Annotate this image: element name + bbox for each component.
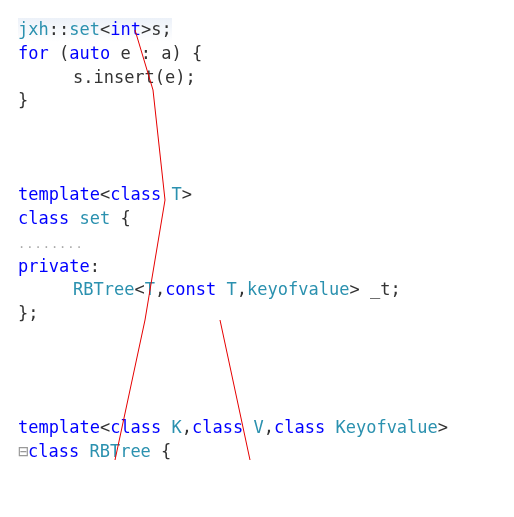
token-template: template [18,417,100,437]
token-indent: s. [32,67,93,87]
token-brace: { [110,208,130,228]
token-class: class [28,441,79,461]
token-template: template [18,184,100,204]
token-lt: < [100,417,110,437]
spacer [18,326,506,416]
token-class: class [274,417,325,437]
token-rbtree: RBTree [73,279,134,299]
token-colon: : [90,256,100,276]
token-sp [161,184,171,204]
code-line-8: private: [18,255,506,279]
token-comma: , [264,417,274,437]
token-gt: > [349,279,359,299]
token-set: set [79,208,110,228]
token-sp [243,417,253,437]
token-class: class [110,417,161,437]
code-line-2: for (auto e : a) { [18,42,506,66]
token-sp [79,441,89,461]
token-semi: ; [161,19,171,39]
code-line-11: template<class K,class V,class Keyofvalu… [18,416,506,440]
token-T1: T [145,279,155,299]
token-namespace: jxh [18,19,49,39]
token-T: T [172,184,182,204]
code-line-9: RBTree<T,const T,keyofvalue> _t; [18,278,506,302]
token-var: s [151,19,161,39]
token-const: const [165,279,216,299]
token-rest: e : a) { [110,43,202,63]
token-Keyof: Keyofvalue [335,417,437,437]
token-brace: { [151,441,171,461]
token-scope: :: [49,19,69,39]
code-line-7: ........ [18,231,506,255]
token-auto: auto [69,43,110,63]
code-line-12: ⊟class RBTree { [18,440,506,464]
token-semi: ; [390,279,400,299]
token-gt: > [438,417,448,437]
token-sp [216,279,226,299]
token-rbtree: RBTree [89,441,150,461]
token-T2: T [227,279,237,299]
token-keyof: keyofvalue [247,279,349,299]
token-comma: , [155,279,165,299]
token-comma: , [237,279,247,299]
token-gt: > [141,19,151,39]
token-class: class [192,417,243,437]
token-private: private [18,256,90,276]
code-line-4: } [18,89,506,113]
code-line-3: s.insert(e); [18,66,506,90]
token-gt: > [182,184,192,204]
code-line-1: jxh::set<int>s; [18,18,506,42]
token-int: int [110,19,141,39]
token-sp [325,417,335,437]
token-for: for [18,43,49,63]
token-set: set [69,19,100,39]
token-lt: < [100,19,110,39]
token-indent [32,279,73,299]
ellipsis-dots: ........ [18,237,84,251]
token-lt: < [100,184,110,204]
token-sp [161,417,171,437]
token-var: _t [360,279,391,299]
code-line-10: }; [18,302,506,326]
token-V: V [254,417,264,437]
token-brace: } [18,90,28,110]
spacer [18,113,506,183]
token-rest: (e); [155,67,196,87]
code-line-5: template<class T> [18,183,506,207]
token-paren: ( [49,43,69,63]
token-comma: , [182,417,192,437]
token-class: class [110,184,161,204]
token-insert: insert [93,67,154,87]
fold-icon[interactable]: ⊟ [18,440,28,464]
code-line-6: class set { [18,207,506,231]
token-brace: }; [18,303,38,323]
token-lt: < [134,279,144,299]
token-class: class [18,208,69,228]
token-sp [69,208,79,228]
token-K: K [172,417,182,437]
